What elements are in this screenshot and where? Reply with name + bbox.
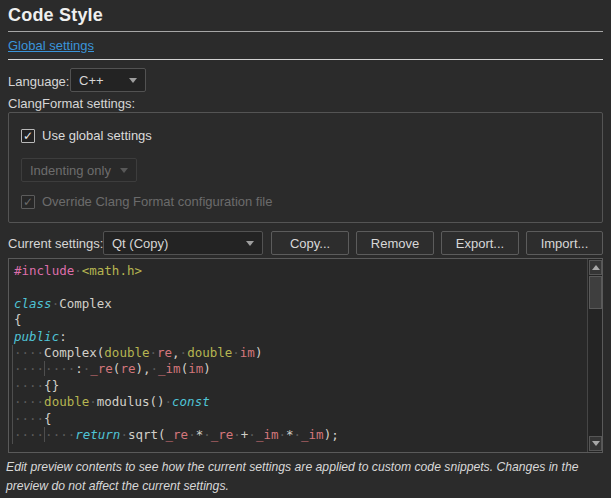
triangle-up-icon [592, 265, 600, 270]
language-label: Language: [8, 74, 69, 89]
remove-button[interactable]: Remove [356, 231, 434, 255]
chevron-down-icon [120, 168, 128, 173]
scrollbar-thumb[interactable] [589, 276, 602, 309]
current-settings-label: Current settings: [8, 236, 103, 251]
code-line: ········return·sqrt(_re·*·_re·+·_im·*·_i… [14, 427, 587, 443]
code-line: ····double·modulus()·const [14, 394, 587, 410]
page-title: Code Style [8, 5, 103, 26]
code-line: ····Complex(double·re,·double·im) [14, 345, 587, 361]
code-line: public: [14, 329, 587, 345]
code-line: #include·<math.h> [14, 263, 587, 279]
editor-scrollbar[interactable] [587, 259, 602, 452]
current-settings-value: Qt (Copy) [112, 236, 168, 251]
code-line: ········:·_re(re),·_im(im) [14, 361, 587, 377]
clangformat-mode-value: Indenting only [30, 163, 111, 178]
clangformat-mode-combo: Indenting only [21, 158, 137, 182]
code-line: class·Complex [14, 296, 587, 312]
chevron-down-icon [129, 78, 137, 83]
use-global-settings-label: Use global settings [42, 128, 152, 143]
override-clang-format-label: Override Clang Format configuration file [42, 194, 273, 209]
code-lines[interactable]: #include·<math.h> class·Complex{public:·… [9, 259, 587, 452]
language-combo[interactable]: C++ [70, 68, 146, 92]
clangformat-groupbox: ✓ Use global settings Indenting only ✓ O… [8, 112, 603, 223]
copy-button[interactable]: Copy... [271, 231, 349, 255]
import-button[interactable]: Import... [526, 231, 603, 255]
override-clang-format-checkbox: ✓ Override Clang Format configuration fi… [21, 194, 273, 209]
global-settings-link[interactable]: Global settings [8, 38, 94, 53]
code-preview-editor[interactable]: #include·<math.h> class·Complex{public:·… [8, 258, 603, 453]
scroll-down-button[interactable] [589, 436, 602, 451]
link-divider [8, 59, 603, 60]
scroll-up-button[interactable] [589, 260, 602, 275]
chevron-down-icon [246, 241, 254, 246]
use-global-settings-checkbox[interactable]: ✓ Use global settings [21, 128, 152, 143]
checkbox-checked-icon: ✓ [21, 129, 35, 143]
language-combo-value: C++ [79, 73, 104, 88]
code-line [14, 279, 587, 295]
code-line: ····{} [14, 378, 587, 394]
code-line: { [14, 312, 587, 328]
hint-text: Edit preview contents to see how the cur… [6, 458, 607, 496]
code-style-settings-page: Code Style Global settings Language: C++… [0, 0, 611, 498]
triangle-down-icon [592, 441, 600, 446]
checkbox-checked-disabled-icon: ✓ [21, 195, 35, 209]
export-button[interactable]: Export... [441, 231, 519, 255]
current-settings-combo[interactable]: Qt (Copy) [103, 231, 263, 255]
code-line: ····{ [14, 411, 587, 427]
title-divider [8, 31, 603, 32]
clangformat-settings-label: ClangFormat settings: [8, 96, 135, 111]
